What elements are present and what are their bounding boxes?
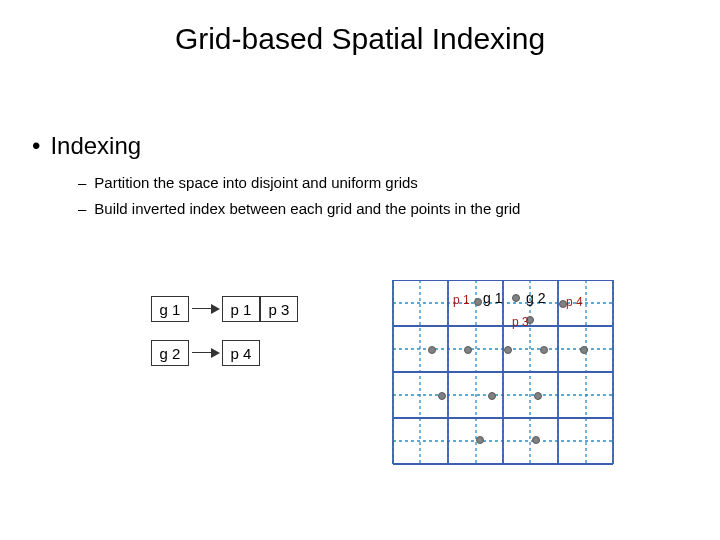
- page-title: Grid-based Spatial Indexing: [0, 22, 720, 56]
- point-label-p1: p 1: [453, 293, 470, 307]
- bullet-text: Indexing: [50, 132, 141, 159]
- point-label-p4: p 4: [566, 295, 583, 309]
- data-point: [438, 392, 446, 400]
- dash-icon: –: [78, 174, 86, 191]
- data-point: [476, 436, 484, 444]
- sub-bullet-1-text: Partition the space into disjoint and un…: [94, 174, 418, 191]
- arrow-icon: [192, 303, 220, 315]
- grid-cell-g2: g 2: [151, 340, 189, 366]
- sub-bullets: –Partition the space into disjoint and u…: [78, 172, 520, 223]
- dash-icon: –: [78, 200, 86, 217]
- point-label-p3: p 3: [512, 315, 529, 329]
- posting-cell-p3: p 3: [260, 296, 298, 322]
- bullet-dot: •: [32, 132, 40, 159]
- coarse-grid-icon: [388, 280, 618, 466]
- sub-bullet-2-text: Build inverted index between each grid a…: [94, 200, 520, 217]
- grid-label-g1: g 1: [483, 290, 502, 306]
- data-point: [474, 298, 482, 306]
- data-point: [464, 346, 472, 354]
- sub-bullet-1: –Partition the space into disjoint and u…: [78, 172, 520, 195]
- data-point: [488, 392, 496, 400]
- spatial-grid: p 1 p 3 p 4 g 1 g 2: [388, 280, 618, 466]
- posting-cell-p4: p 4: [222, 340, 260, 366]
- data-point: [504, 346, 512, 354]
- arrow-icon: [192, 347, 220, 359]
- data-point: [534, 392, 542, 400]
- data-point: [512, 294, 520, 302]
- data-point: [540, 346, 548, 354]
- grid-label-g2: g 2: [526, 290, 545, 306]
- bullet-indexing: •Indexing: [32, 132, 141, 160]
- grid-cell-g1: g 1: [151, 296, 189, 322]
- data-point: [532, 436, 540, 444]
- posting-cell-p1: p 1: [222, 296, 260, 322]
- sub-bullet-2: –Build inverted index between each grid …: [78, 198, 520, 221]
- data-point: [428, 346, 436, 354]
- data-point: [580, 346, 588, 354]
